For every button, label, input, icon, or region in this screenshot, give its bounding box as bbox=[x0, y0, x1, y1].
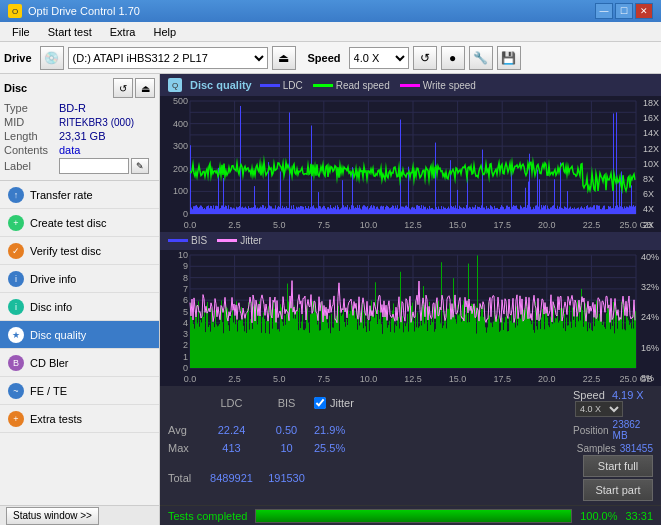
sidebar: Disc ↺ ⏏ Type BD-R MID RITEKBR3 (000) Le… bbox=[0, 74, 160, 525]
legend-read: Read speed bbox=[313, 80, 390, 91]
nav-verify-test-disc-label: Verify test disc bbox=[30, 245, 101, 257]
transfer-rate-icon: ↑ bbox=[8, 187, 24, 203]
label-key: Label bbox=[4, 160, 59, 172]
progress-area: Tests completed 100.0% 33:31 bbox=[160, 505, 661, 525]
total-ldc: 8489921 bbox=[204, 472, 259, 484]
max-jitter: 25.5% bbox=[314, 442, 573, 454]
speed-select[interactable]: 4.0 X bbox=[349, 47, 409, 69]
app-title: Opti Drive Control 1.70 bbox=[28, 5, 140, 17]
toolbar: Drive 💿 (D:) ATAPI iHBS312 2 PL17 ⏏ Spee… bbox=[0, 42, 661, 74]
legend-bis: BIS bbox=[168, 235, 207, 246]
y-axis-right-top: 18X 16X 14X 12X 10X 8X 6X 4X 2X bbox=[643, 96, 659, 232]
nav-verify-test-disc[interactable]: ✓ Verify test disc bbox=[0, 237, 159, 265]
stats-section: LDC BIS Jitter Speed 4.19 X 4.0 X Avg 22… bbox=[160, 385, 661, 505]
mid-val: RITEKBR3 (000) bbox=[59, 117, 134, 128]
disc-info-icon: i bbox=[8, 299, 24, 315]
position-label: Position bbox=[573, 425, 609, 436]
disc-quality-icon: ★ bbox=[8, 327, 24, 343]
read-color-swatch bbox=[313, 84, 333, 87]
minimize-button[interactable]: — bbox=[595, 3, 613, 19]
bis-header: BIS bbox=[259, 397, 314, 409]
avg-jitter: 21.9% bbox=[314, 424, 573, 436]
status-text: Tests completed bbox=[168, 510, 247, 522]
create-test-disc-icon: + bbox=[8, 215, 24, 231]
status-window-button[interactable]: Status window >> bbox=[6, 507, 99, 525]
speed-header: Speed 4.19 X 4.0 X bbox=[573, 389, 653, 417]
drive-info-icon: i bbox=[8, 271, 24, 287]
nav-disc-quality-label: Disc quality bbox=[30, 329, 86, 341]
samples-label: Samples bbox=[577, 443, 616, 454]
label-edit-btn[interactable]: ✎ bbox=[131, 158, 149, 174]
start-full-button[interactable]: Start full bbox=[583, 455, 653, 477]
legend-ldc: LDC bbox=[260, 80, 303, 91]
nav-transfer-rate-label: Transfer rate bbox=[30, 189, 93, 201]
time-value: 33:31 bbox=[625, 510, 653, 522]
top-chart-area: 18X 16X 14X 12X 10X 8X 6X 4X 2X bbox=[160, 96, 661, 232]
disc-button[interactable]: ● bbox=[441, 46, 465, 70]
refresh-button[interactable]: ↺ bbox=[413, 46, 437, 70]
title-bar: O Opti Drive Control 1.70 — ☐ ✕ bbox=[0, 0, 661, 22]
nav-disc-info[interactable]: i Disc info bbox=[0, 293, 159, 321]
disc-panel: Disc ↺ ⏏ Type BD-R MID RITEKBR3 (000) Le… bbox=[0, 74, 159, 181]
nav-transfer-rate[interactable]: ↑ Transfer rate bbox=[0, 181, 159, 209]
content-area: Q Disc quality LDC Read speed Write spee… bbox=[160, 74, 661, 525]
progress-bar-fill bbox=[256, 510, 571, 522]
avg-label: Avg bbox=[168, 424, 204, 436]
progress-bar bbox=[255, 509, 572, 523]
menu-file[interactable]: File bbox=[4, 24, 38, 40]
drive-select[interactable]: (D:) ATAPI iHBS312 2 PL17 bbox=[68, 47, 268, 69]
samples-val: 381455 bbox=[620, 443, 653, 454]
disc-refresh-btn[interactable]: ↺ bbox=[113, 78, 133, 98]
label-input[interactable] bbox=[59, 158, 129, 174]
jitter-checkbox[interactable] bbox=[314, 397, 326, 409]
nav-drive-info[interactable]: i Drive info bbox=[0, 265, 159, 293]
fe-te-icon: ~ bbox=[8, 383, 24, 399]
progress-percent: 100.0% bbox=[580, 510, 617, 522]
nav-extra-tests[interactable]: + Extra tests bbox=[0, 405, 159, 433]
eject-button[interactable]: ⏏ bbox=[272, 46, 296, 70]
chart-header-bottom: BIS Jitter bbox=[160, 232, 661, 250]
avg-ldc: 22.24 bbox=[204, 424, 259, 436]
speed-label: Speed bbox=[308, 52, 341, 64]
nav-fe-te-label: FE / TE bbox=[30, 385, 67, 397]
contents-key: Contents bbox=[4, 144, 59, 156]
stats-max-row: Max 413 10 25.5% Samples 381455 bbox=[168, 442, 653, 454]
nav-disc-quality[interactable]: ★ Disc quality bbox=[0, 321, 159, 349]
nav-disc-info-label: Disc info bbox=[30, 301, 72, 313]
max-label: Max bbox=[168, 442, 204, 454]
nav-create-test-disc-label: Create test disc bbox=[30, 217, 106, 229]
nav-create-test-disc[interactable]: + Create test disc bbox=[0, 209, 159, 237]
main-layout: Disc ↺ ⏏ Type BD-R MID RITEKBR3 (000) Le… bbox=[0, 74, 661, 525]
menu-help[interactable]: Help bbox=[145, 24, 184, 40]
nav-items: ↑ Transfer rate + Create test disc ✓ Ver… bbox=[0, 181, 159, 505]
cd-bler-icon: B bbox=[8, 355, 24, 371]
chart-header-top: Q Disc quality LDC Read speed Write spee… bbox=[160, 74, 661, 96]
stats-headers: LDC BIS Jitter Speed 4.19 X 4.0 X bbox=[168, 389, 653, 417]
speed-select-stats[interactable]: 4.0 X bbox=[575, 401, 623, 417]
save-button[interactable]: 💾 bbox=[497, 46, 521, 70]
nav-cd-bler[interactable]: B CD Bler bbox=[0, 349, 159, 377]
maximize-button[interactable]: ☐ bbox=[615, 3, 633, 19]
jitter-color-swatch bbox=[217, 239, 237, 242]
ldc-header: LDC bbox=[204, 397, 259, 409]
settings-button[interactable]: 🔧 bbox=[469, 46, 493, 70]
ldc-color-swatch bbox=[260, 84, 280, 87]
y-axis-right-bottom: 40% 32% 24% 16% 8% bbox=[641, 250, 659, 386]
nav-extra-tests-label: Extra tests bbox=[30, 413, 82, 425]
drive-icon-btn[interactable]: 💿 bbox=[40, 46, 64, 70]
menu-extra[interactable]: Extra bbox=[102, 24, 144, 40]
top-chart-canvas bbox=[160, 96, 661, 232]
contents-val: data bbox=[59, 144, 80, 156]
nav-fe-te[interactable]: ~ FE / TE bbox=[0, 377, 159, 405]
legend-top: LDC Read speed Write speed bbox=[260, 80, 476, 91]
menu-start-test[interactable]: Start test bbox=[40, 24, 100, 40]
nav-drive-info-label: Drive info bbox=[30, 273, 76, 285]
window-controls: — ☐ ✕ bbox=[595, 3, 653, 19]
disc-eject-btn[interactable]: ⏏ bbox=[135, 78, 155, 98]
bottom-chart-canvas bbox=[160, 250, 661, 386]
start-part-button[interactable]: Start part bbox=[583, 479, 653, 501]
total-label: Total bbox=[168, 472, 204, 484]
bis-color-swatch bbox=[168, 239, 188, 242]
close-button[interactable]: ✕ bbox=[635, 3, 653, 19]
drive-label: Drive bbox=[4, 52, 32, 64]
